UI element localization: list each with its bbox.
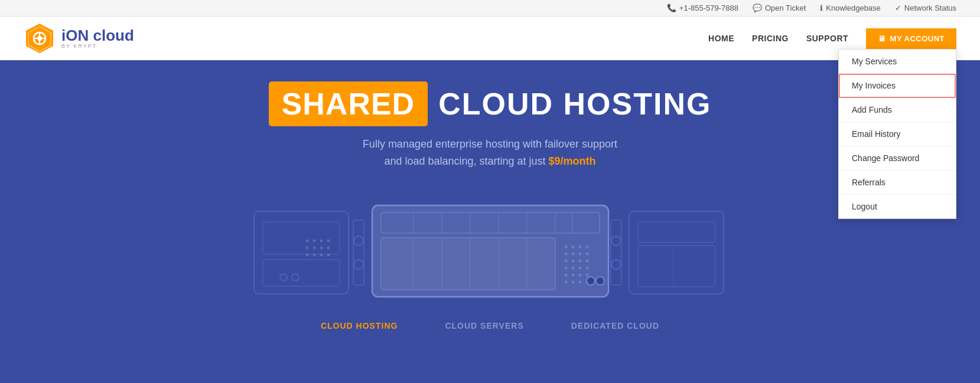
logo-name: iON cloud — [61, 28, 134, 43]
nav-home[interactable]: HOME — [708, 34, 734, 43]
svg-point-19 — [305, 253, 308, 256]
hero-sub-line1: Fully managed enterprise hosting with fa… — [363, 138, 617, 150]
svg-rect-37 — [381, 238, 555, 290]
nav-pricing[interactable]: PRICING — [752, 34, 789, 43]
svg-point-13 — [320, 239, 323, 242]
dropdown-my-invoices[interactable]: My Invoices — [839, 74, 956, 98]
tab-cloud-servers[interactable]: CLOUD SERVERS — [445, 319, 523, 333]
hero-title-rest: CLOUD HOSTING — [438, 86, 711, 122]
account-icon: 🖥 — [878, 34, 886, 43]
tab-dedicated-cloud[interactable]: DEDICATED CLOUD — [571, 319, 659, 333]
network-status-label: Network Status — [904, 4, 956, 12]
svg-point-64 — [571, 280, 574, 283]
open-ticket-label: Open Ticket — [765, 4, 806, 12]
svg-rect-69 — [611, 220, 621, 285]
tab-cloud-hosting[interactable]: CLOUD HOSTING — [321, 319, 398, 333]
svg-point-60 — [571, 273, 574, 276]
svg-rect-74 — [638, 245, 715, 287]
svg-point-71 — [611, 260, 621, 269]
dropdown-email-history[interactable]: Email History — [839, 122, 956, 146]
svg-rect-73 — [638, 222, 715, 243]
hero-title: SHARED CLOUD HOSTING — [269, 81, 712, 126]
svg-rect-10 — [263, 260, 340, 286]
svg-point-23 — [280, 274, 287, 281]
nav-links: HOME PRICING SUPPORT 🖥 MY ACCOUNT My Ser… — [708, 28, 956, 49]
bottom-tabs: CLOUD HOSTING CLOUD SERVERS DEDICATED CL… — [0, 319, 980, 333]
phone-icon: 📞 — [667, 4, 676, 12]
account-dropdown: My Services My Invoices Add Funds Email … — [838, 49, 956, 219]
server-illustration — [0, 194, 980, 312]
svg-point-57 — [578, 266, 581, 269]
svg-point-12 — [312, 239, 315, 242]
svg-point-18 — [327, 246, 330, 249]
svg-point-48 — [571, 252, 574, 255]
svg-point-26 — [354, 236, 363, 245]
svg-point-22 — [327, 253, 330, 256]
svg-rect-9 — [263, 222, 340, 254]
phone-number: +1-855-579-7888 — [679, 4, 738, 12]
svg-point-61 — [578, 273, 581, 276]
svg-point-62 — [585, 273, 588, 276]
ticket-icon: 💬 — [753, 4, 762, 12]
open-ticket-link[interactable]: 💬 Open Ticket — [753, 4, 806, 12]
svg-point-55 — [564, 266, 567, 269]
logo-sub: BY KRYPT — [61, 43, 134, 49]
nav-bar: iON cloud BY KRYPT HOME PRICING SUPPORT … — [0, 17, 980, 60]
svg-point-51 — [564, 259, 567, 262]
svg-point-47 — [564, 252, 567, 255]
svg-point-21 — [320, 253, 323, 256]
dropdown-logout[interactable]: Logout — [839, 195, 956, 218]
info-icon: ℹ — [820, 4, 823, 12]
top-bar: 📞 +1-855-579-7888 💬 Open Ticket ℹ Knowle… — [0, 0, 980, 17]
svg-point-24 — [292, 274, 299, 281]
svg-point-63 — [564, 280, 567, 283]
my-account-button[interactable]: 🖥 MY ACCOUNT — [866, 28, 956, 49]
hero-sub-line2: and load balancing, starting at just — [384, 155, 548, 167]
svg-point-59 — [564, 273, 567, 276]
svg-point-14 — [327, 239, 330, 242]
nav-support[interactable]: SUPPORT — [806, 34, 848, 43]
svg-point-50 — [585, 252, 588, 255]
knowledgebase-label: Knowledgebase — [826, 4, 881, 12]
dropdown-referrals[interactable]: Referrals — [839, 171, 956, 195]
svg-point-20 — [312, 253, 315, 256]
svg-point-68 — [596, 277, 604, 285]
svg-point-70 — [611, 236, 621, 245]
svg-point-67 — [587, 277, 595, 285]
check-icon: ✓ — [895, 4, 901, 12]
svg-point-58 — [585, 266, 588, 269]
logo: iON cloud BY KRYPT — [24, 22, 134, 54]
svg-point-11 — [305, 239, 308, 242]
hero-subtitle: Fully managed enterprise hosting with fa… — [363, 136, 617, 170]
svg-point-52 — [571, 259, 574, 262]
knowledgebase-link[interactable]: ℹ Knowledgebase — [820, 4, 881, 12]
shared-badge: SHARED — [269, 81, 428, 126]
svg-point-44 — [571, 245, 574, 248]
network-status-link[interactable]: ✓ Network Status — [895, 4, 956, 12]
dropdown-change-password[interactable]: Change Password — [839, 146, 956, 171]
logo-text: iON cloud BY KRYPT — [61, 28, 134, 49]
svg-point-49 — [578, 252, 581, 255]
svg-point-45 — [578, 245, 581, 248]
svg-point-3 — [37, 36, 42, 41]
svg-point-54 — [585, 259, 588, 262]
account-wrapper: 🖥 MY ACCOUNT My Services My Invoices Add… — [866, 28, 956, 49]
svg-point-53 — [578, 259, 581, 262]
svg-rect-25 — [353, 220, 364, 285]
svg-point-15 — [305, 246, 308, 249]
svg-point-16 — [312, 246, 315, 249]
dropdown-my-services[interactable]: My Services — [839, 50, 956, 74]
svg-point-46 — [585, 245, 588, 248]
dropdown-add-funds[interactable]: Add Funds — [839, 98, 956, 122]
svg-point-17 — [320, 246, 323, 249]
svg-point-56 — [571, 266, 574, 269]
svg-rect-72 — [629, 211, 724, 294]
hero-section: SHARED CLOUD HOSTING Fully managed enter… — [0, 60, 980, 343]
phone-link[interactable]: 📞 +1-855-579-7888 — [667, 4, 738, 12]
account-btn-label: MY ACCOUNT — [890, 34, 945, 43]
svg-point-65 — [578, 280, 581, 283]
header: 📞 +1-855-579-7888 💬 Open Ticket ℹ Knowle… — [0, 0, 980, 60]
logo-icon — [24, 22, 56, 54]
svg-point-27 — [354, 260, 363, 269]
svg-point-43 — [564, 245, 567, 248]
